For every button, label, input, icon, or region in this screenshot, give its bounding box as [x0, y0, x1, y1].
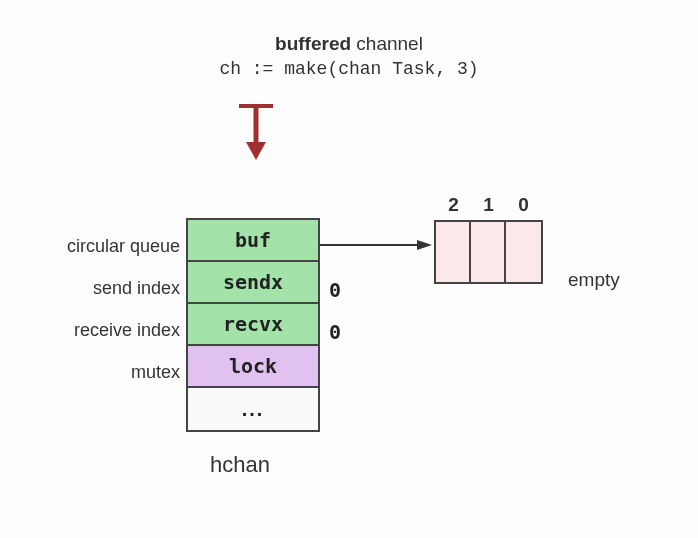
hchan-struct: buf sendx recvx lock ...: [186, 218, 320, 432]
hchan-label: hchan: [210, 452, 270, 478]
label-mutex: mutex: [10, 351, 180, 393]
diagram-title: buffered channel: [0, 33, 698, 55]
buffer-index-0: 0: [506, 194, 541, 216]
buffer-index-2: 2: [436, 194, 471, 216]
index-values: 0 0: [329, 269, 341, 353]
svg-marker-4: [417, 240, 432, 250]
struct-field-labels: circular queue send index receive index …: [10, 225, 180, 393]
buffer-cell: [471, 222, 506, 282]
label-receive-index: receive index: [10, 309, 180, 351]
arrow-down-icon: [236, 100, 276, 162]
code-declaration: ch := make(chan Task, 3): [0, 59, 698, 79]
buffer-cell: [506, 222, 541, 282]
field-sendx: sendx: [188, 262, 318, 304]
title-bold: buffered: [275, 33, 351, 54]
field-lock: lock: [188, 346, 318, 388]
buffer-state-label: empty: [568, 269, 620, 291]
arrow-right-icon: [319, 237, 432, 249]
field-recvx: recvx: [188, 304, 318, 346]
field-buf: buf: [188, 220, 318, 262]
field-more: ...: [188, 388, 318, 430]
svg-marker-2: [246, 142, 266, 160]
buffer-indices: 2 1 0: [436, 194, 541, 216]
label-circular-queue: circular queue: [10, 225, 180, 267]
buffer-cell: [436, 222, 471, 282]
buffer-index-1: 1: [471, 194, 506, 216]
buffer-array: [434, 220, 543, 284]
title-rest: channel: [351, 33, 423, 54]
sendx-value: 0: [329, 269, 341, 311]
label-send-index: send index: [10, 267, 180, 309]
recvx-value: 0: [329, 311, 341, 353]
